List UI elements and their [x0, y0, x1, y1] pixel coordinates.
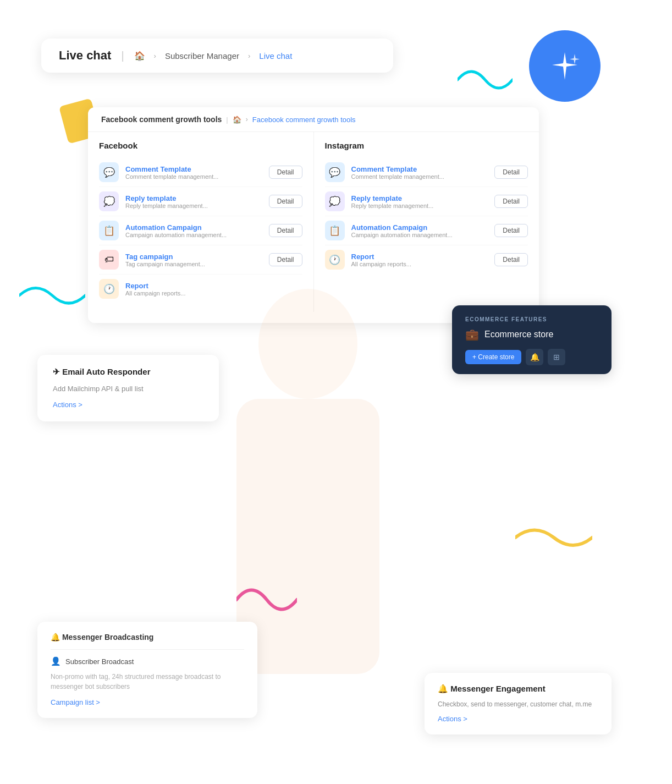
- ecommerce-bell-button[interactable]: 🔔: [526, 349, 543, 365]
- automation-ig-icon: 📋: [325, 221, 345, 240]
- comment-template-ig-icon: 💬: [325, 162, 345, 182]
- messenger-eng-desc: Checkbox, send to messenger, customer ch…: [438, 700, 598, 708]
- automation-ig-name: Automation Campaign: [351, 223, 488, 232]
- automation-fb-desc: Campaign automation management...: [125, 232, 262, 238]
- live-chat-title: Live chat: [59, 48, 111, 63]
- comment-template-fb-icon: 💬: [99, 162, 119, 182]
- reply-template-fb-name: Reply template: [125, 194, 262, 202]
- fb-header-sep: |: [226, 116, 228, 124]
- live-chat-card: Live chat | 🏠 › Subscriber Manager › Liv…: [41, 39, 393, 73]
- messenger-engagement-card: 🔔 Messenger Engagement Checkbox, send to…: [425, 673, 612, 734]
- breadcrumb-arrow-1: ›: [154, 52, 156, 60]
- email-auto-responder-card: ✈ Email Auto Responder Add Mailchimp API…: [37, 355, 219, 421]
- fb-header-arrow: ›: [246, 116, 248, 123]
- create-store-button[interactable]: + Create store: [465, 350, 521, 364]
- reply-template-fb-info: Reply template Reply template management…: [125, 194, 262, 209]
- comment-template-fb-info: Comment Template Comment template manage…: [125, 165, 262, 180]
- fb-header-home-icon: 🏠: [233, 116, 241, 124]
- yellow-wave-icon: [515, 523, 592, 553]
- svg-rect-1: [236, 399, 379, 674]
- automation-ig-info: Automation Campaign Campaign automation …: [351, 223, 488, 238]
- fb-header-breadcrumb-link: Facebook comment growth tools: [252, 116, 356, 124]
- table-row: 📋 Automation Campaign Campaign automatio…: [99, 216, 302, 245]
- report-fb-icon: 🕐: [99, 279, 119, 299]
- ecommerce-actions: + Create store 🔔 ⊞: [465, 349, 598, 365]
- comment-template-ig-name: Comment Template: [351, 165, 488, 173]
- messenger-eng-actions-link[interactable]: Actions >: [438, 715, 467, 723]
- table-row: 📋 Automation Campaign Campaign automatio…: [325, 216, 528, 245]
- broadcast-desc: Non-promo with tag, 24h structured messa…: [51, 672, 244, 692]
- sparkle-icon: [548, 50, 581, 83]
- breadcrumb-arrow-2: ›: [248, 52, 250, 60]
- reply-template-fb-detail-btn[interactable]: Detail: [269, 195, 302, 208]
- cyan-wave-top-icon: [458, 63, 513, 96]
- table-row: 💬 Comment Template Comment template mana…: [325, 158, 528, 187]
- subscriber-broadcast-row: 👤 Subscriber Broadcast: [51, 656, 244, 666]
- messenger-bc-title: 🔔 Messenger Broadcasting: [51, 633, 244, 642]
- fb-growth-header: Facebook comment growth tools | 🏠 › Face…: [88, 107, 539, 132]
- comment-template-ig-detail-btn[interactable]: Detail: [494, 166, 528, 179]
- ecommerce-store-row: 💼 Ecommerce store: [465, 328, 598, 341]
- facebook-col-title: Facebook: [99, 141, 302, 150]
- report-ig-detail-btn[interactable]: Detail: [494, 253, 528, 266]
- automation-fb-detail-btn[interactable]: Detail: [269, 224, 302, 237]
- automation-fb-name: Automation Campaign: [125, 223, 262, 232]
- sparkle-circle: [529, 30, 601, 102]
- automation-ig-desc: Campaign automation management...: [351, 232, 488, 238]
- instagram-col-title: Instagram: [325, 141, 528, 150]
- fb-growth-header-title: Facebook comment growth tools: [101, 115, 222, 124]
- table-row: 💬 Comment Template Comment template mana…: [99, 158, 302, 187]
- table-row: 💭 Reply template Reply template manageme…: [99, 187, 302, 216]
- ecommerce-grid-button[interactable]: ⊞: [548, 349, 565, 365]
- automation-ig-detail-btn[interactable]: Detail: [494, 224, 528, 237]
- comment-template-fb-name: Comment Template: [125, 165, 262, 173]
- breadcrumb-separator: |: [121, 50, 124, 62]
- breadcrumb-subscriber-manager: Subscriber Manager: [165, 51, 239, 61]
- email-actions-link[interactable]: Actions >: [53, 401, 82, 409]
- messenger-bc-divider: [51, 649, 244, 650]
- breadcrumb-home-icon: 🏠: [134, 51, 145, 61]
- reply-template-fb-icon: 💭: [99, 191, 119, 211]
- ecommerce-card: ECOMMERCE FEATURES 💼 Ecommerce store + C…: [452, 305, 612, 374]
- store-name: Ecommerce store: [484, 330, 553, 339]
- comment-template-ig-desc: Comment template management...: [351, 173, 488, 180]
- reply-template-ig-desc: Reply template management...: [351, 202, 488, 209]
- tag-fb-icon: 🏷: [99, 250, 119, 270]
- reply-template-ig-icon: 💭: [325, 191, 345, 211]
- reply-template-fb-desc: Reply template management...: [125, 202, 262, 209]
- svg-point-0: [258, 289, 357, 399]
- reply-template-ig-detail-btn[interactable]: Detail: [494, 195, 528, 208]
- bell-icon: 🔔: [530, 353, 539, 361]
- messenger-broadcasting-card: 🔔 Messenger Broadcasting 👤 Subscriber Br…: [37, 622, 257, 718]
- table-row: 💭 Reply template Reply template manageme…: [325, 187, 528, 216]
- grid-icon: ⊞: [553, 353, 560, 361]
- breadcrumb-live-chat: Live chat: [259, 51, 292, 61]
- subscriber-broadcast-label: Subscriber Broadcast: [65, 657, 134, 666]
- ecommerce-label: ECOMMERCE FEATURES: [465, 316, 598, 322]
- messenger-eng-title: 🔔 Messenger Engagement: [438, 684, 598, 694]
- automation-fb-info: Automation Campaign Campaign automation …: [125, 223, 262, 238]
- reply-template-ig-info: Reply template Reply template management…: [351, 194, 488, 209]
- email-card-title: ✈ Email Auto Responder: [53, 367, 203, 377]
- comment-template-fb-detail-btn[interactable]: Detail: [269, 166, 302, 179]
- campaign-list-link[interactable]: Campaign list >: [51, 698, 100, 706]
- store-briefcase-icon: 💼: [465, 328, 479, 341]
- comment-template-fb-desc: Comment template management...: [125, 173, 262, 180]
- automation-fb-icon: 📋: [99, 221, 119, 240]
- comment-template-ig-info: Comment Template Comment template manage…: [351, 165, 488, 180]
- reply-template-ig-name: Reply template: [351, 194, 488, 202]
- email-card-desc: Add Mailchimp API & pull list: [53, 385, 203, 393]
- blue-wave-left-icon: [19, 281, 85, 311]
- subscriber-broadcast-icon: 👤: [51, 656, 61, 666]
